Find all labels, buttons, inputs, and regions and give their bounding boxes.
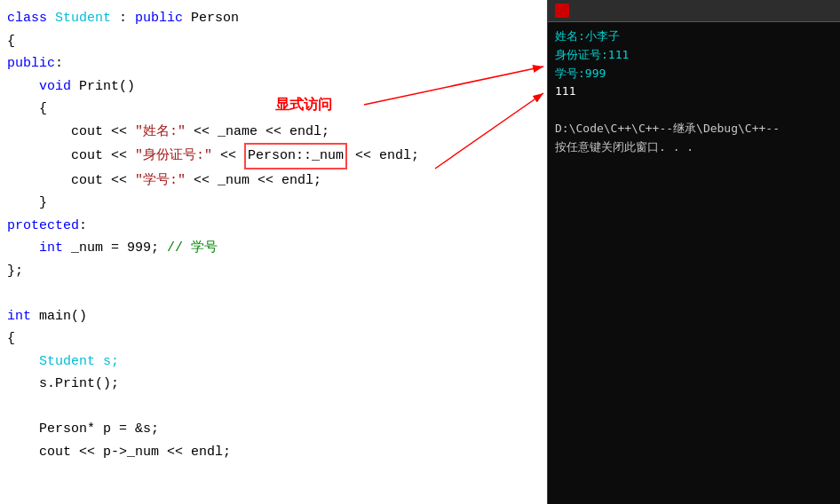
console-line: 身份证号:111 [555, 46, 833, 65]
console-line: 111 [555, 83, 833, 101]
console-line: 按任意键关闭此窗口. . . [555, 138, 833, 157]
console-line: 姓名:小李子 [555, 28, 833, 46]
console-line [555, 101, 833, 120]
console-output: 姓名:小李子身份证号:111学号:999111 D:\Code\C++\C++-… [548, 22, 840, 504]
console-panel: 姓名:小李子身份证号:111学号:999111 D:\Code\C++\C++-… [547, 0, 840, 504]
console-icon [555, 4, 569, 18]
code-line: cout << "学号:" << _num << endl; [0, 169, 547, 193]
code-line: protected: [0, 215, 547, 238]
code-line: Student s; [0, 350, 547, 374]
code-line: class Student : public Person [0, 7, 547, 30]
code-line: { [0, 30, 547, 53]
code-line: cout << "身份证号:" << Person::_num << endl; [0, 143, 547, 169]
code-line: public: [0, 52, 547, 75]
code-line: { [0, 98, 547, 121]
code-line: int main() [0, 305, 547, 328]
code-line: } [0, 192, 547, 215]
code-line: }; [0, 260, 547, 283]
highlighted-token: Person::_num [244, 143, 347, 169]
console-title-bar [548, 0, 840, 22]
annotation-label: 显式访问 [275, 96, 332, 114]
console-line: 学号:999 [555, 65, 833, 83]
code-line: void Print() [0, 75, 547, 98]
code-line [0, 396, 547, 419]
code-line: { [0, 327, 547, 350]
code-editor: class Student : public Person{public: vo… [0, 0, 547, 504]
code-line [0, 282, 547, 305]
code-line: cout << p->_num << endl; [0, 441, 547, 464]
code-line: s.Print(); [0, 373, 547, 396]
code-line: Person* p = &s; [0, 418, 547, 441]
code-line: int _num = 999; // 学号 [0, 237, 547, 260]
code-line: cout << "姓名:" << _name << endl; [0, 121, 547, 144]
console-line: D:\Code\C++\C++--继承\Debug\C++-- [555, 120, 833, 138]
